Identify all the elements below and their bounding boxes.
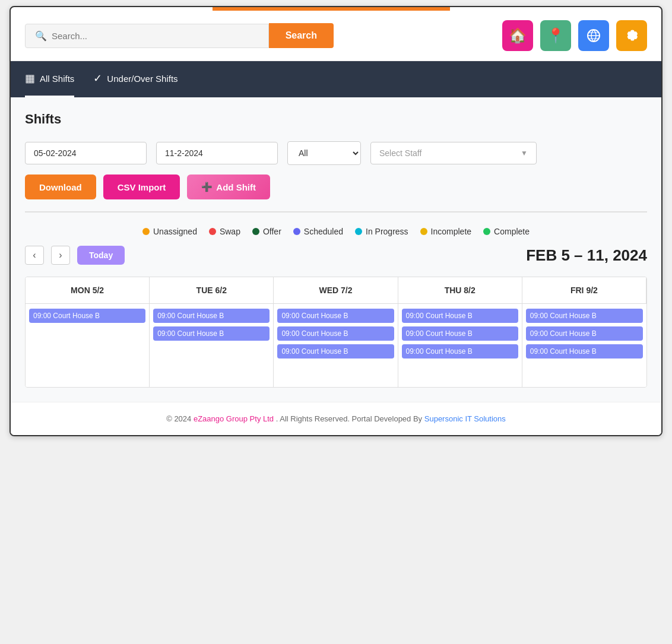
cal-header-fri: FRI 9/2: [522, 277, 646, 304]
date-to-input[interactable]: [156, 142, 278, 164]
date-range-title: FEB 5 – 11, 2024: [526, 246, 647, 265]
cal-col-mon: 09:00 Court House B: [26, 304, 150, 387]
chevron-down-icon: ▼: [521, 149, 528, 157]
in-progress-dot: [355, 228, 362, 235]
globe-nav-button[interactable]: [578, 20, 609, 51]
home-nav-button[interactable]: 🏠: [502, 20, 533, 51]
cal-header-thu: THU 8/2: [398, 277, 522, 304]
calendar-nav: ‹ › Today FEB 5 – 11, 2024: [25, 246, 647, 265]
cal-header-tue: TUE 6/2: [150, 277, 274, 304]
cal-header-mon: MON 5/2: [26, 277, 150, 304]
complete-label: Complete: [494, 227, 530, 236]
shift-block[interactable]: 09:00 Court House B: [402, 309, 518, 323]
footer-developer-link[interactable]: Supersonic IT Solutions: [424, 414, 506, 423]
top-accent: [213, 7, 450, 11]
tab-all-shifts[interactable]: ▦ All Shifts: [25, 61, 74, 97]
swap-dot: [209, 228, 216, 235]
add-shift-label: Add Shift: [216, 182, 256, 192]
cal-col-wed: 09:00 Court House B 09:00 Court House B …: [274, 304, 398, 387]
today-button[interactable]: Today: [77, 246, 125, 265]
nav-icons: 🏠 📍: [502, 20, 647, 51]
legend-unassigned: Unassigned: [142, 227, 197, 236]
in-progress-label: In Progress: [366, 227, 408, 236]
staff-select-placeholder: Select Staff: [379, 148, 421, 158]
search-button[interactable]: Search: [269, 23, 334, 48]
location-nav-button[interactable]: 📍: [540, 20, 571, 51]
check-circle-icon: ✓: [93, 72, 102, 85]
shift-block[interactable]: 09:00 Court House B: [277, 309, 394, 323]
shift-block[interactable]: 09:00 Court House B: [153, 326, 270, 341]
gear-icon: [625, 28, 639, 43]
footer-company-link[interactable]: eZaango Group Pty Ltd: [194, 414, 274, 423]
status-select[interactable]: All Scheduled Unassigned In Progress Com…: [287, 141, 361, 165]
footer: © 2024 eZaango Group Pty Ltd . All Right…: [11, 402, 661, 435]
shift-block[interactable]: 09:00 Court House B: [277, 344, 394, 359]
header: 🔍 Search 🏠 📍: [11, 11, 661, 61]
shift-block[interactable]: 09:00 Court House B: [526, 309, 643, 323]
shift-block[interactable]: 09:00 Court House B: [526, 344, 643, 359]
cal-col-fri: 09:00 Court House B 09:00 Court House B …: [522, 304, 646, 387]
search-icon: 🔍: [35, 30, 47, 42]
offer-dot: [252, 228, 259, 235]
search-input[interactable]: [52, 31, 259, 41]
shift-block[interactable]: 09:00 Court House B: [277, 326, 394, 341]
shift-block[interactable]: 09:00 Court House B: [526, 326, 643, 341]
prev-week-button[interactable]: ‹: [25, 246, 44, 265]
app-frame: 🔍 Search 🏠 📍: [9, 6, 663, 436]
globe-icon: [587, 28, 601, 43]
legend-incomplete: Incomplete: [420, 227, 471, 236]
tab-bar: ▦ All Shifts ✓ Under/Over Shifts: [11, 61, 661, 97]
divider: [25, 211, 647, 212]
cal-col-thu: 09:00 Court House B 09:00 Court House B …: [398, 304, 522, 387]
shift-block[interactable]: 09:00 Court House B: [153, 309, 270, 323]
unassigned-dot: [142, 228, 150, 235]
csv-import-button[interactable]: CSV Import: [103, 175, 180, 199]
incomplete-dot: [420, 228, 427, 235]
next-week-button[interactable]: ›: [51, 246, 70, 265]
add-shift-button[interactable]: ➕ Add Shift: [187, 175, 270, 199]
tab-all-shifts-label: All Shifts: [40, 74, 74, 84]
legend-in-progress: In Progress: [355, 227, 408, 236]
calendar-grid: MON 5/2 TUE 6/2 WED 7/2 THU 8/2 FRI 9/2 …: [25, 277, 647, 388]
tab-under-over-label: Under/Over Shifts: [107, 74, 177, 84]
legend: Unassigned Swap Offer Scheduled In Progr…: [25, 227, 647, 236]
search-input-wrapper: 🔍: [25, 24, 269, 48]
incomplete-label: Incomplete: [431, 227, 471, 236]
shift-block[interactable]: 09:00 Court House B: [29, 309, 145, 323]
scheduled-label: Scheduled: [304, 227, 343, 236]
complete-dot: [483, 228, 490, 235]
legend-complete: Complete: [483, 227, 530, 236]
legend-scheduled: Scheduled: [293, 227, 343, 236]
scheduled-dot: [293, 228, 300, 235]
date-from-input[interactable]: [25, 142, 147, 164]
shift-block[interactable]: 09:00 Court House B: [402, 326, 518, 341]
staff-select[interactable]: Select Staff ▼: [370, 142, 537, 164]
search-container: 🔍 Search: [25, 23, 334, 48]
unassigned-label: Unassigned: [153, 227, 197, 236]
legend-offer: Offer: [252, 227, 281, 236]
table-icon: ▦: [25, 72, 35, 85]
main-content: Shifts All Scheduled Unassigned In Progr…: [11, 97, 661, 402]
cal-header-wed: WED 7/2: [274, 277, 398, 304]
location-icon: 📍: [547, 27, 565, 44]
legend-swap: Swap: [209, 227, 240, 236]
footer-rights-text: . All Rights Reserved. Portal Developed …: [276, 414, 422, 423]
filters-row: All Scheduled Unassigned In Progress Com…: [25, 141, 647, 165]
download-button[interactable]: Download: [25, 175, 96, 199]
cal-col-tue: 09:00 Court House B 09:00 Court House B: [150, 304, 274, 387]
shift-block[interactable]: 09:00 Court House B: [402, 344, 518, 359]
tab-under-over-shifts[interactable]: ✓ Under/Over Shifts: [93, 61, 177, 97]
page-title: Shifts: [25, 112, 647, 127]
home-icon: 🏠: [509, 27, 527, 44]
swap-label: Swap: [220, 227, 240, 236]
offer-label: Offer: [263, 227, 281, 236]
settings-nav-button[interactable]: [616, 20, 647, 51]
actions-row: Download CSV Import ➕ Add Shift: [25, 175, 647, 199]
footer-copyright: © 2024: [166, 414, 191, 423]
plus-circle-icon: ➕: [201, 182, 213, 192]
